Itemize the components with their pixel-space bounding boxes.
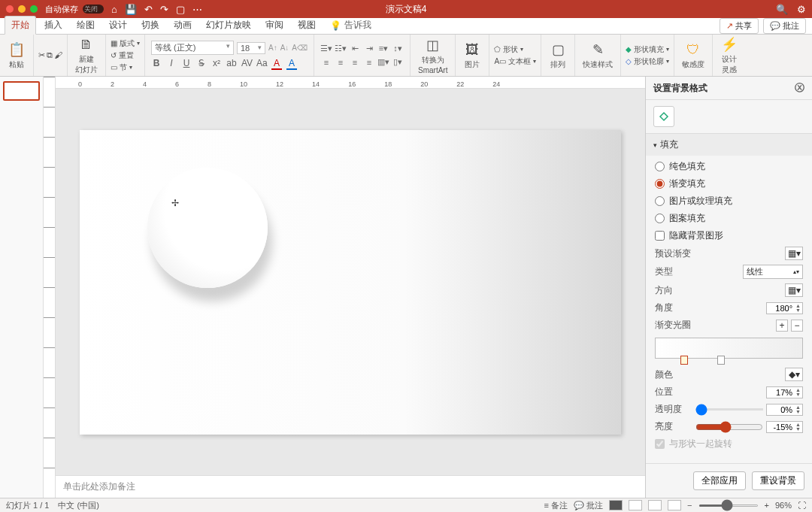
text-direction-icon[interactable]: ↕▾: [392, 44, 404, 54]
comments-button[interactable]: 💬批注: [763, 18, 806, 34]
tab-animations[interactable]: 动画: [168, 17, 198, 34]
close-window-icon[interactable]: [6, 5, 14, 13]
gradient-stops-bar[interactable]: [655, 338, 803, 359]
italic-icon[interactable]: I: [166, 58, 177, 70]
angle-input[interactable]: ▲▼: [766, 302, 803, 314]
zoom-out-icon[interactable]: −: [687, 501, 692, 510]
zoom-level[interactable]: 96%: [775, 501, 792, 510]
font-color-icon[interactable]: A: [271, 58, 282, 70]
share-button[interactable]: ↗共享: [720, 18, 759, 34]
language-indicator[interactable]: 中文 (中国): [58, 500, 98, 511]
slideshow-view-icon[interactable]: [668, 500, 681, 510]
increase-font-icon[interactable]: A↑: [268, 44, 277, 52]
apply-all-button[interactable]: 全部应用: [693, 471, 746, 490]
shape-fill-button[interactable]: ◆形状填充▾: [626, 44, 669, 56]
hide-bg-checkbox[interactable]: 隐藏背景图形: [655, 229, 803, 242]
fill-picture-radio[interactable]: 图片或纹理填充: [655, 195, 803, 208]
minimize-window-icon[interactable]: [18, 5, 26, 13]
shapes-button[interactable]: ⬠形状▾: [494, 44, 536, 56]
stop-color-select[interactable]: ◆▾: [785, 368, 803, 381]
tab-view[interactable]: 视图: [292, 17, 322, 34]
layout-button[interactable]: ▦版式▾: [111, 38, 140, 50]
bold-icon[interactable]: B: [151, 58, 162, 70]
undo-icon[interactable]: ↶: [144, 4, 153, 15]
char-spacing-icon[interactable]: AV: [241, 58, 252, 70]
decrease-font-icon[interactable]: A↓: [280, 44, 289, 52]
textbox-button[interactable]: A▭文本框▾: [494, 56, 536, 68]
fill-category-icon[interactable]: [653, 106, 674, 127]
superscript-icon[interactable]: x²: [211, 58, 222, 70]
fill-gradient-radio[interactable]: 渐变填充: [655, 177, 803, 190]
close-pane-icon[interactable]: ⓧ: [795, 81, 804, 95]
tellme[interactable]: 💡告诉我: [324, 17, 377, 34]
save-icon[interactable]: 💾: [125, 4, 137, 15]
tab-insert[interactable]: 插入: [38, 17, 68, 34]
maximize-window-icon[interactable]: [30, 5, 38, 13]
format-painter-icon[interactable]: 🖌: [54, 50, 62, 60]
align-left-icon[interactable]: ≡: [320, 57, 332, 68]
design-ideas-button[interactable]: ⚡ 设计 灵感: [717, 34, 741, 77]
position-input[interactable]: ▲▼: [766, 386, 803, 398]
slide-counter[interactable]: 幻灯片 1 / 1: [6, 500, 49, 511]
zoom-in-icon[interactable]: +: [765, 501, 769, 510]
shape-circle[interactable]: [147, 168, 268, 288]
fill-section-header[interactable]: ▾填充: [646, 134, 812, 156]
justify-icon[interactable]: ≡: [363, 57, 375, 68]
columns-icon[interactable]: ▥▾: [377, 57, 389, 68]
align-center-icon[interactable]: ≡: [335, 57, 347, 68]
normal-view-icon[interactable]: [609, 500, 623, 510]
transparency-input[interactable]: ▲▼: [766, 404, 803, 416]
sensitivity-button[interactable]: 🛡 敏感度: [679, 39, 707, 71]
indent-dec-icon[interactable]: ⇤: [349, 44, 361, 54]
sorter-view-icon[interactable]: [629, 500, 642, 510]
slide-canvas[interactable]: ✢: [80, 130, 621, 435]
numbering-icon[interactable]: ☷▾: [335, 44, 347, 54]
quickstyle-button[interactable]: ✎ 快速样式: [580, 39, 616, 71]
brightness-slider[interactable]: [695, 421, 763, 433]
smartart-button[interactable]: ◫ 转换为 SmartArt: [415, 35, 450, 76]
reset-background-button[interactable]: 重设背景: [752, 471, 804, 490]
tab-slideshow[interactable]: 幻灯片放映: [200, 17, 257, 34]
change-case-icon[interactable]: Aa: [256, 58, 267, 70]
reading-view-icon[interactable]: [648, 500, 662, 510]
tab-review[interactable]: 审阅: [259, 17, 289, 34]
align-text-icon[interactable]: ▯▾: [392, 57, 404, 68]
preset-gradient-select[interactable]: ▦▾: [785, 247, 803, 260]
zoom-slider[interactable]: [698, 504, 759, 507]
bullets-icon[interactable]: ☰▾: [320, 44, 332, 54]
indent-inc-icon[interactable]: ⇥: [363, 44, 375, 54]
section-button[interactable]: ▭节▾: [111, 62, 140, 74]
comments-toggle[interactable]: 💬 批注: [574, 500, 603, 511]
notes-pane[interactable]: 单击此处添加备注: [56, 475, 645, 498]
clear-format-icon[interactable]: A⌫: [292, 44, 308, 52]
highlight-icon[interactable]: ab: [226, 58, 237, 70]
autosave-toggle[interactable]: 自动保存 关闭: [45, 4, 104, 15]
fill-solid-radio[interactable]: 纯色填充: [655, 160, 803, 173]
remove-stop-icon[interactable]: −: [791, 320, 803, 332]
redo-icon[interactable]: ↷: [160, 4, 168, 15]
gradient-stop-2[interactable]: [717, 356, 725, 365]
text-fill-icon[interactable]: A: [286, 58, 297, 70]
search-icon[interactable]: 🔍: [776, 4, 788, 15]
font-size-select[interactable]: 18▾: [237, 42, 265, 54]
reset-button[interactable]: ↺重置: [111, 50, 140, 62]
fill-pattern-radio[interactable]: 图案填充: [655, 212, 803, 225]
arrange-button[interactable]: ▢ 排列: [546, 39, 570, 71]
gradient-type-select[interactable]: 线性▴▾: [743, 265, 803, 279]
gradient-stop-1[interactable]: [680, 356, 688, 365]
settings-icon[interactable]: ⚙: [797, 4, 806, 15]
tab-home[interactable]: 开始: [5, 16, 36, 35]
notes-toggle[interactable]: ≡ 备注: [544, 500, 568, 511]
presentation-icon[interactable]: ▢: [176, 4, 185, 15]
copy-icon[interactable]: ⧉: [47, 50, 53, 60]
tab-transitions[interactable]: 切换: [135, 17, 165, 34]
slide-thumb-1[interactable]: [3, 81, 40, 101]
underline-icon[interactable]: U: [181, 58, 192, 70]
align-right-icon[interactable]: ≡: [349, 57, 361, 68]
more-icon[interactable]: ⋯: [192, 4, 202, 15]
line-spacing-icon[interactable]: ≡▾: [377, 44, 389, 54]
brightness-input[interactable]: ▲▼: [766, 421, 803, 433]
fit-window-icon[interactable]: ⛶: [798, 501, 806, 510]
strike-icon[interactable]: S̶: [196, 58, 207, 70]
tab-design[interactable]: 设计: [103, 17, 133, 34]
